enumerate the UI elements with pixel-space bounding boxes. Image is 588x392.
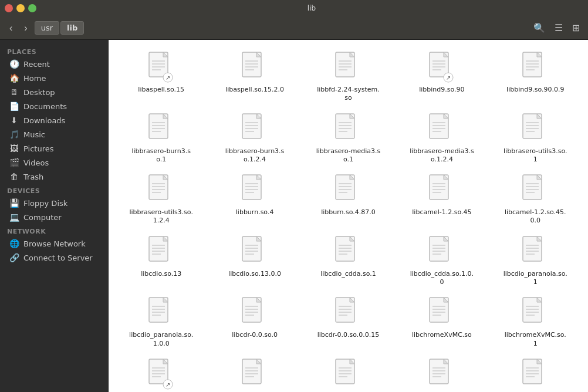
sidebar-item-pictures[interactable]: 🖼 Pictures xyxy=(2,141,106,156)
view-button[interactable]: ⊞ xyxy=(569,20,583,36)
close-button[interactable] xyxy=(5,4,13,12)
file-item[interactable]: libcdr-0.0.so.0 xyxy=(209,292,300,352)
sidebar-item-label: Connect to Server xyxy=(23,254,93,262)
sidebar-item-label: Home xyxy=(23,74,46,83)
file-name: libcdr-0.0.so.0 xyxy=(232,331,278,339)
floppy-icon: 💾 xyxy=(9,198,19,208)
sidebar-item-desktop[interactable]: 🖥 Desktop xyxy=(2,85,106,99)
file-item[interactable]: libbrasero-media3.so.1 xyxy=(303,109,394,168)
file-icon xyxy=(428,357,456,392)
file-item[interactable]: libbfd-2.24-system.so xyxy=(303,47,394,106)
file-icon xyxy=(428,235,456,270)
sidebar-item-label: Downloads xyxy=(23,116,65,125)
sidebar-item-browse-network[interactable]: 🌐 Browse Network xyxy=(2,236,106,251)
maximize-button[interactable] xyxy=(28,4,36,12)
file-item[interactable]: libcdio_cdda.so.1.0.0 xyxy=(396,231,487,290)
file-icon xyxy=(428,296,456,331)
recent-icon: 🕐 xyxy=(9,59,19,69)
pictures-icon: 🖼 xyxy=(9,144,19,153)
file-name: libburn.so.4.87.0 xyxy=(321,208,376,217)
file-item[interactable]: libcdio_cdda.so.1 xyxy=(303,231,394,290)
file-name: libbrasero-media3.so.1.2.4 xyxy=(410,147,474,164)
file-icon xyxy=(521,173,549,208)
svg-text:↗: ↗ xyxy=(165,75,170,81)
breadcrumb-usr[interactable]: usr xyxy=(35,21,59,35)
file-item[interactable]: libcdr-0.0.so.0.0.15 xyxy=(303,292,394,352)
file-item[interactable]: libbind9.so.90.0.9 xyxy=(490,47,581,106)
file-item[interactable]: libcdio.so.13 xyxy=(116,231,207,290)
window-title: lib xyxy=(40,4,583,12)
file-icon xyxy=(147,296,175,331)
sidebar-item-downloads[interactable]: ⬇ Downloads xyxy=(2,113,106,127)
file-icon: ↗ xyxy=(428,50,456,86)
breadcrumb: usr lib xyxy=(35,21,528,35)
file-name: libbind9.so.90 xyxy=(419,86,464,94)
file-grid: ↗ libaspell.so.15 libaspell.so.15.2.0 li… xyxy=(116,47,581,392)
sidebar-item-computer[interactable]: 💻 Computer xyxy=(2,210,106,224)
desktop-icon: 🖥 xyxy=(9,87,19,97)
connect-server-icon: 🔗 xyxy=(9,253,19,262)
file-item[interactable]: libaspell.so.15.2.0 xyxy=(209,47,300,106)
menu-button[interactable]: ☰ xyxy=(551,20,566,36)
file-item[interactable]: libcdio.so.13.0.0 xyxy=(209,231,300,290)
file-name: libbrasero-utils3.so.1.2.4 xyxy=(129,208,194,225)
file-item[interactable]: libbrasero-media3.so.1.2.4 xyxy=(396,109,487,168)
svg-text:↗: ↗ xyxy=(165,381,170,388)
minimize-button[interactable] xyxy=(16,4,25,12)
file-item[interactable]: libcamel-1.2.so.45 xyxy=(396,170,487,229)
sidebar-item-label: Pictures xyxy=(23,144,53,153)
toolbar: ‹ › usr lib 🔍 ☰ ⊞ xyxy=(0,16,588,40)
sidebar-item-trash[interactable]: 🗑 Trash xyxy=(2,170,106,184)
file-item[interactable]: libbrasero-utils3.so.1.2.4 xyxy=(116,170,207,229)
file-item[interactable]: libcmis-0.4.so.4.0.1 xyxy=(490,354,581,392)
file-item[interactable]: ↗ libbind9.so.90 xyxy=(396,47,487,106)
breadcrumb-lib[interactable]: lib xyxy=(60,21,84,35)
sidebar-item-videos[interactable]: 🎬 Videos xyxy=(2,156,106,170)
sidebar-item-documents[interactable]: 📄 Documents xyxy=(2,99,106,113)
file-item[interactable]: libbrasero-utils3.so.1 xyxy=(490,109,581,168)
file-item[interactable]: libchromeXvMC.so.1 xyxy=(490,292,581,352)
file-name: libcdio_cdda.so.1.0.0 xyxy=(410,270,474,287)
file-icon xyxy=(241,112,269,147)
file-item[interactable]: libchromeXvMCPro.so.1.0.0 xyxy=(303,354,394,392)
sidebar-item-music[interactable]: 🎵 Music xyxy=(2,127,106,141)
devices-section-label: Devices xyxy=(0,184,108,196)
file-item[interactable]: libcamel-1.2.so.45.0.0 xyxy=(490,170,581,229)
file-icon xyxy=(241,296,269,331)
file-item[interactable]: libbrasero-burn3.so.1.2.4 xyxy=(209,109,300,168)
file-item[interactable]: ↗ libaspell.so.15 xyxy=(116,47,207,106)
videos-icon: 🎬 xyxy=(9,158,19,167)
sidebar-item-recent[interactable]: 🕐 Recent xyxy=(2,57,106,71)
file-name: libbind9.so.90.0.9 xyxy=(506,86,564,94)
file-name: libcamel-1.2.so.45.0.0 xyxy=(503,208,567,225)
file-item[interactable]: libburn.so.4.87.0 xyxy=(303,170,394,229)
file-name: libcdio_paranoia.so.1 xyxy=(503,270,567,287)
sidebar-item-connect-server[interactable]: 🔗 Connect to Server xyxy=(2,251,106,265)
file-name: libbrasero-burn3.so.1 xyxy=(129,147,194,164)
file-item[interactable]: libcdio_paranoia.so.1 xyxy=(490,231,581,290)
network-section-label: Network xyxy=(0,224,108,236)
file-icon: ↗ xyxy=(147,357,175,392)
file-item[interactable]: libcmis-0.4.so.4 xyxy=(396,354,487,392)
file-item[interactable]: ↗ libchromeXvMCPro.so xyxy=(116,354,207,392)
places-section-label: Places xyxy=(0,45,108,57)
sidebar-item-home[interactable]: 🏠 Home xyxy=(2,71,106,85)
file-item[interactable]: libbrasero-burn3.so.1 xyxy=(116,109,207,168)
search-button[interactable]: 🔍 xyxy=(530,20,549,36)
file-item[interactable]: libchromeXvMC.so xyxy=(396,292,487,352)
sidebar-item-floppy[interactable]: 💾 Floppy Disk xyxy=(2,196,106,210)
file-name: libcamel-1.2.so.45 xyxy=(412,208,471,217)
file-icon xyxy=(241,235,269,270)
toolbar-right: 🔍 ☰ ⊞ xyxy=(530,20,583,36)
file-name: libcdr-0.0.so.0.0.15 xyxy=(317,331,380,339)
back-button[interactable]: ‹ xyxy=(5,21,17,36)
file-item[interactable]: libchromeXvMCPro.so.1 xyxy=(209,354,300,392)
file-item[interactable]: libburn.so.4 xyxy=(209,170,300,229)
file-icon xyxy=(147,173,175,208)
forward-button[interactable]: › xyxy=(19,21,32,36)
file-icon xyxy=(241,50,269,86)
file-item[interactable]: libcdio_paranoia.so.1.0.0 xyxy=(116,292,207,352)
file-name: libaspell.so.15.2.0 xyxy=(225,86,284,94)
main-layout: Places 🕐 Recent 🏠 Home 🖥 Desktop 📄 Docum… xyxy=(0,40,588,392)
file-icon xyxy=(521,235,549,270)
